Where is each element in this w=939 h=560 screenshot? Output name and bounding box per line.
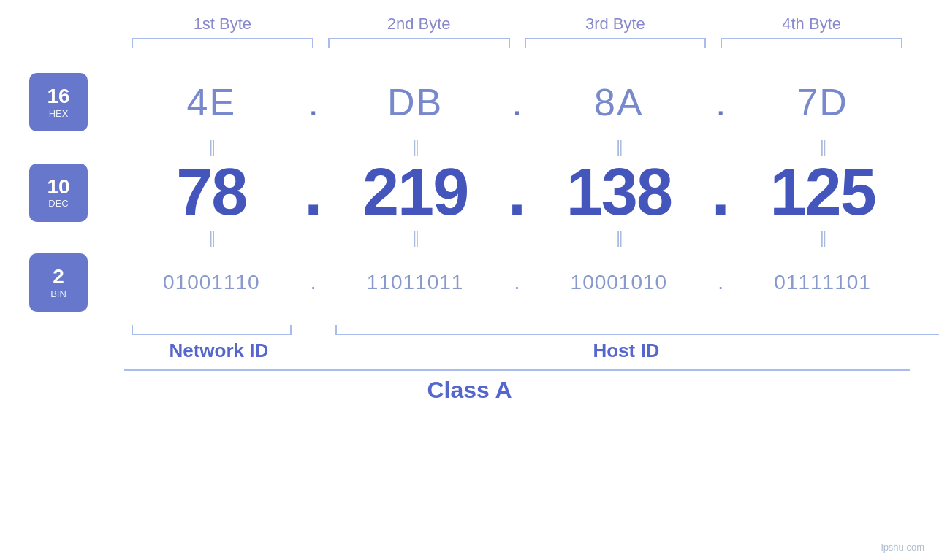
class-section: Class A bbox=[29, 369, 910, 404]
equals-2-b4: || bbox=[735, 230, 910, 246]
network-id-label: Network ID bbox=[124, 340, 313, 362]
watermark: ipshu.com bbox=[881, 542, 924, 553]
byte2-label: 2nd Byte bbox=[321, 15, 517, 38]
hex-badge: 16 HEX bbox=[29, 73, 88, 131]
host-id-label: Host ID bbox=[343, 340, 910, 362]
hex-dot2: . bbox=[503, 80, 532, 124]
class-label: Class A bbox=[427, 377, 512, 404]
bracket-byte4 bbox=[721, 38, 902, 51]
dec-byte2: 219 bbox=[328, 155, 503, 230]
byte3-label: 3rd Byte bbox=[517, 15, 714, 38]
bin-badge-number: 2 bbox=[53, 266, 64, 288]
equals-row-1: || || || || bbox=[29, 139, 910, 155]
equals-2-b3: || bbox=[532, 230, 707, 246]
bin-byte1: 01001110 bbox=[124, 271, 299, 294]
dec-badge-number: 10 bbox=[47, 176, 69, 199]
segment-labels-row: Network ID Host ID bbox=[29, 340, 910, 362]
bracket-network-id bbox=[132, 322, 292, 335]
bin-row: 2 BIN 01001110 . 11011011 . 10001010 . 0… bbox=[29, 246, 910, 319]
bin-dot1: . bbox=[299, 271, 328, 294]
equals-2-b1: || bbox=[124, 230, 299, 246]
dec-dot1: . bbox=[299, 155, 328, 230]
bin-byte3: 10001010 bbox=[532, 271, 707, 294]
bin-byte2: 11011011 bbox=[328, 271, 503, 294]
bin-badge-label: BIN bbox=[50, 288, 66, 299]
main-container: 1st Byte 2nd Byte 3rd Byte 4th Byte 16 H… bbox=[0, 0, 939, 560]
byte-labels-row: 1st Byte 2nd Byte 3rd Byte 4th Byte bbox=[29, 15, 910, 38]
hex-dot1: . bbox=[299, 80, 328, 124]
equals-row-2: || || || || bbox=[29, 230, 910, 246]
equals-2-b2: || bbox=[328, 230, 503, 246]
equals-1-b4: || bbox=[735, 139, 910, 155]
equals-1-b3: || bbox=[532, 139, 707, 155]
hex-byte2: DB bbox=[328, 80, 503, 124]
equals-1-b2: || bbox=[328, 139, 503, 155]
equals-1-b1: || bbox=[124, 139, 299, 155]
top-brackets-row bbox=[29, 38, 910, 51]
hex-byte4: 7D bbox=[735, 80, 910, 124]
hex-byte1: 4E bbox=[124, 80, 299, 124]
dec-badge: 10 DEC bbox=[29, 164, 88, 222]
hex-badge-number: 16 bbox=[47, 85, 69, 108]
bracket-byte3 bbox=[525, 38, 707, 51]
dec-byte4: 125 bbox=[735, 155, 910, 230]
class-label-row: Class A bbox=[29, 377, 910, 404]
bracket-byte2 bbox=[328, 38, 510, 51]
bin-dot2: . bbox=[503, 271, 532, 294]
dec-dot3: . bbox=[706, 155, 735, 230]
bottom-brackets-row bbox=[29, 322, 910, 335]
bin-byte4: 01111101 bbox=[735, 271, 910, 294]
byte4-label: 4th Byte bbox=[713, 15, 910, 38]
bin-dot3: . bbox=[706, 271, 735, 294]
hex-byte3: 8A bbox=[532, 80, 707, 124]
dec-dot2: . bbox=[503, 155, 532, 230]
bracket-host-id bbox=[335, 322, 902, 335]
bin-badge: 2 BIN bbox=[29, 253, 88, 312]
bracket-byte1 bbox=[132, 38, 313, 51]
hex-row: 16 HEX 4E . DB . 8A . 7D bbox=[29, 66, 910, 139]
dec-byte3: 138 bbox=[532, 155, 707, 230]
dec-row: 10 DEC 78 . 219 . 138 . 125 bbox=[29, 155, 910, 230]
hex-badge-label: HEX bbox=[49, 108, 69, 119]
dec-badge-label: DEC bbox=[48, 198, 68, 209]
byte1-label: 1st Byte bbox=[124, 15, 321, 38]
dec-byte1: 78 bbox=[124, 155, 299, 230]
class-bracket-line bbox=[124, 369, 910, 371]
hex-dot3: . bbox=[706, 80, 735, 124]
